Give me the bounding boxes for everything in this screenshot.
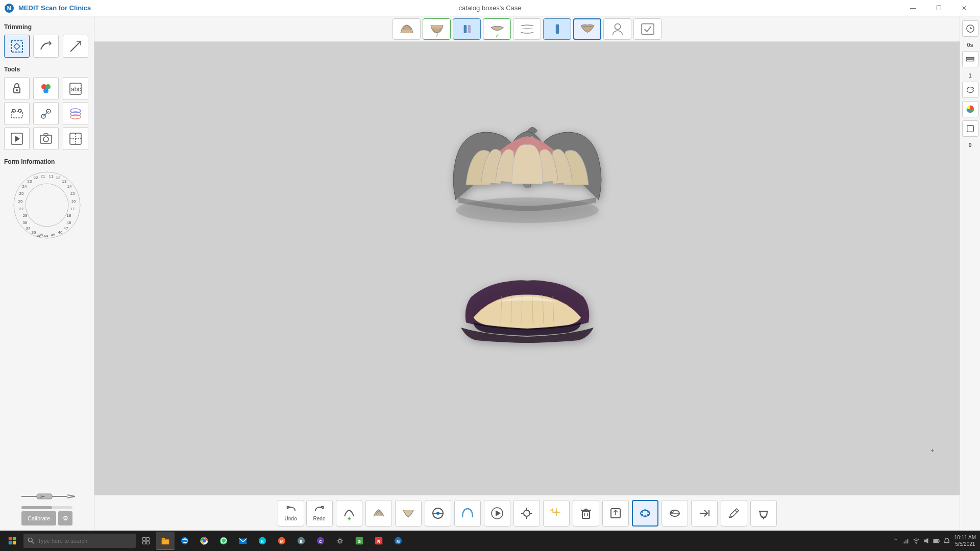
svg-text:37: 37 — [26, 226, 31, 231]
delete-button[interactable] — [573, 500, 599, 527]
svg-point-100 — [644, 515, 646, 517]
unknown-app1[interactable]: K — [253, 532, 272, 550]
occlusion3-step[interactable] — [573, 18, 601, 40]
play-tool-button[interactable] — [4, 127, 30, 150]
upper-view-button[interactable] — [365, 500, 392, 527]
up-down-arrow-icon[interactable]: ⌃ — [891, 536, 900, 545]
refresh-button[interactable] — [962, 82, 978, 98]
upper-occlusal-step[interactable] — [453, 18, 481, 40]
network-icon[interactable] — [901, 536, 911, 545]
settings-icon[interactable] — [331, 532, 349, 550]
green-app-icon[interactable]: G — [350, 532, 369, 550]
finish-step[interactable] — [633, 18, 662, 40]
calibrate-button[interactable]: Calibrate — [21, 511, 56, 525]
align-tool-button[interactable] — [63, 102, 88, 125]
svg-point-97 — [647, 514, 649, 516]
color-tool-button[interactable] — [33, 77, 59, 100]
bottom-toolbar: Undo Redo — [94, 495, 960, 531]
upper-jaw-step[interactable] — [393, 18, 421, 40]
svg-point-98 — [641, 511, 643, 513]
svg-point-79 — [436, 512, 439, 515]
tools2-button[interactable] — [513, 500, 540, 527]
dental-app-icon[interactable]: M — [389, 532, 407, 550]
trim-curve-button[interactable] — [33, 35, 59, 58]
svg-text:46: 46 — [58, 230, 63, 235]
wifi-icon[interactable] — [912, 536, 921, 545]
file-explorer-icon[interactable] — [156, 532, 175, 550]
lower-jaw-step[interactable]: ✓ — [423, 18, 451, 40]
svg-rect-157 — [934, 540, 938, 542]
svg-rect-150 — [905, 540, 906, 543]
red-app-icon[interactable]: R — [370, 532, 388, 550]
necklace2-button[interactable] — [662, 500, 688, 527]
svg-rect-118 — [9, 537, 12, 540]
whatsapp-icon[interactable] — [214, 532, 233, 550]
restore-button[interactable]: ❐ — [927, 0, 950, 16]
lower-occlusal-step[interactable]: ✓ — [483, 18, 511, 40]
svg-point-28 — [14, 172, 80, 238]
time-display: 0s — [967, 42, 973, 48]
overlay-button[interactable] — [425, 500, 451, 527]
search-bar[interactable] — [23, 534, 136, 548]
arch-button[interactable] — [454, 500, 481, 527]
start-button[interactable] — [2, 531, 22, 551]
texture-tool-button[interactable]: abc — [63, 77, 88, 100]
svg-line-3 — [70, 41, 81, 52]
search-input[interactable] — [38, 538, 119, 544]
occlusion2-step[interactable] — [543, 18, 571, 40]
svg-text:15: 15 — [70, 191, 75, 196]
undo-button[interactable]: Undo — [278, 500, 304, 527]
battery-icon[interactable] — [932, 536, 941, 545]
outlook-icon[interactable] — [234, 532, 252, 550]
measure-tool-button[interactable] — [33, 102, 59, 125]
patient-scan-step[interactable] — [603, 18, 631, 40]
task-view-button[interactable] — [137, 532, 155, 550]
svg-rect-115 — [966, 60, 973, 61]
necklace-active-button[interactable] — [632, 500, 658, 527]
select-tool-button[interactable] — [4, 102, 30, 125]
system-clock[interactable]: 10:11 AM 5/5/2021 — [952, 534, 978, 547]
add-model-button[interactable] — [336, 500, 362, 527]
svg-rect-153 — [924, 539, 926, 542]
taskbar: K M E C G R M ⌃ 10: — [0, 531, 980, 551]
trim-box-button[interactable] — [4, 35, 30, 58]
title-bar: M MEDIT Scan for Clinics catalog boxes's… — [0, 0, 980, 16]
lock-tool-button[interactable] — [4, 77, 30, 100]
svg-text:R: R — [377, 539, 380, 544]
close-button[interactable]: ✕ — [952, 0, 976, 16]
calibrate-settings-button[interactable]: ⚙ — [58, 511, 72, 525]
cup-button[interactable] — [750, 500, 777, 527]
svg-point-5 — [16, 89, 18, 91]
svg-rect-11 — [11, 112, 22, 118]
notification-icon[interactable] — [942, 536, 951, 545]
photo-tool-button[interactable] — [33, 127, 59, 150]
edge-icon[interactable] — [176, 532, 194, 550]
clock-icon-button[interactable] — [962, 20, 978, 37]
tools-label: Tools — [4, 66, 90, 73]
unknown-app2[interactable]: M — [273, 532, 291, 550]
main-area: Trimming Tools abc — [0, 16, 980, 531]
export-button[interactable] — [602, 500, 629, 527]
svg-text:23: 23 — [28, 179, 32, 184]
unknown-app4[interactable]: C — [311, 532, 330, 550]
unknown-app3[interactable]: E — [292, 532, 310, 550]
svg-rect-125 — [146, 538, 150, 541]
lower-view-button[interactable] — [395, 500, 422, 527]
chrome-icon[interactable] — [195, 532, 213, 550]
audio-icon[interactable] — [922, 536, 931, 545]
svg-line-60 — [67, 496, 75, 498]
edit-button[interactable] — [721, 500, 747, 527]
color-wheel-button[interactable] — [962, 101, 978, 117]
trim-arrow-button[interactable] — [63, 35, 88, 58]
section-tool-button[interactable] — [63, 127, 88, 150]
occlusion1-step[interactable] — [513, 18, 541, 40]
magic-tool-button[interactable] — [543, 500, 570, 527]
play-animation-button[interactable] — [484, 500, 510, 527]
redo-button[interactable]: Redo — [306, 500, 333, 527]
object-button[interactable] — [962, 120, 978, 137]
cursor-position: + — [930, 447, 934, 454]
layers-button[interactable] — [962, 51, 978, 67]
svg-point-103 — [671, 511, 673, 513]
arrow-button[interactable] — [691, 500, 718, 527]
minimize-button[interactable]: — — [901, 0, 925, 16]
